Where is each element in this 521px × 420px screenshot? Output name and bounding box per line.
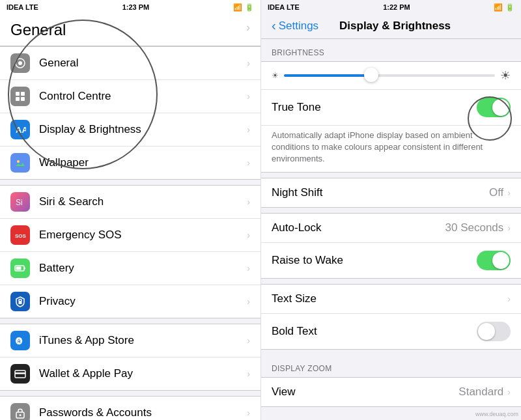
- nightshift-value: Off: [489, 186, 503, 199]
- back-button[interactable]: ‹ Settings: [272, 18, 318, 33]
- general-icon: [10, 53, 30, 73]
- section-1: General › Control Centre › AA Display & …: [0, 46, 260, 180]
- svg-rect-18: [15, 372, 25, 374]
- control-label: Control Centre: [39, 90, 247, 103]
- back-chevron-icon: ‹: [272, 18, 276, 33]
- watermark: www.deuaq.com: [475, 411, 518, 417]
- right-panel: IDEA LTE 1:22 PM 📶 🔋 ‹ Settings Display …: [260, 0, 521, 420]
- truetone-description: Automatically adapt iPhone display based…: [261, 126, 521, 172]
- textsize-label: Text Size: [272, 292, 507, 305]
- left-panel: IDEA LTE 1:23 PM 📶 🔋 General › General ›: [0, 0, 260, 420]
- sidebar-item-passwords[interactable]: Passwords & Accounts ›: [0, 397, 260, 420]
- sidebar-item-battery[interactable]: Battery ›: [0, 252, 260, 285]
- svg-rect-13: [16, 267, 21, 270]
- autolock-row[interactable]: Auto-Lock 30 Seconds ›: [261, 214, 521, 243]
- boldtext-row[interactable]: Bold Text: [261, 314, 521, 349]
- svg-rect-2: [16, 92, 20, 96]
- slider-thumb: [364, 68, 378, 82]
- wallpaper-label: Wallpaper: [39, 156, 247, 169]
- sos-label: Emergency SOS: [39, 229, 247, 242]
- svg-point-7: [15, 158, 25, 168]
- display-zoom-label: DISPLAY ZOOM: [261, 355, 521, 377]
- autolock-label: Auto-Lock: [272, 221, 445, 234]
- textsize-chevron: ›: [507, 294, 511, 304]
- truetone-toggle-knob: [492, 99, 509, 116]
- right-time: 1:22 PM: [383, 3, 410, 11]
- truetone-row[interactable]: True Tone: [261, 90, 521, 126]
- displayzoom-section: View Standard ›: [261, 377, 521, 407]
- settings-list: General › Control Centre › AA Display & …: [0, 46, 260, 420]
- svg-rect-3: [21, 92, 25, 96]
- itunes-label: iTunes & App Store: [39, 334, 247, 347]
- siri-icon: Si: [10, 192, 30, 212]
- view-label: View: [272, 385, 458, 399]
- svg-point-8: [17, 160, 20, 163]
- boldtext-toggle-knob: [478, 323, 495, 340]
- display-label: Display & Brightness: [39, 123, 247, 136]
- passwords-label: Passwords & Accounts: [39, 406, 247, 419]
- sidebar-item-siri[interactable]: Si Siri & Search ›: [0, 186, 260, 219]
- sidebar-item-display[interactable]: AA Display & Brightness ›: [0, 113, 260, 147]
- sidebar-item-itunes[interactable]: 🅐 iTunes & App Store ›: [0, 324, 260, 357]
- boldtext-toggle[interactable]: [477, 322, 511, 341]
- sidebar-item-privacy[interactable]: Privacy ›: [0, 285, 260, 318]
- battery-label: Battery: [39, 262, 247, 275]
- sidebar-item-general[interactable]: General ›: [0, 47, 260, 80]
- autolock-value: 30 Seconds: [445, 221, 504, 234]
- sidebar-item-control[interactable]: Control Centre ›: [0, 80, 260, 113]
- svg-text:🅐: 🅐: [16, 337, 23, 345]
- view-row[interactable]: View Standard ›: [261, 378, 521, 406]
- left-status-bar: IDEA LTE 1:23 PM 📶 🔋: [0, 0, 260, 14]
- general-chevron: ›: [246, 21, 250, 35]
- wallet-label: Wallet & Apple Pay: [39, 367, 247, 380]
- nightshift-chevron: ›: [507, 188, 511, 198]
- battery-icon: [10, 259, 30, 278]
- svg-rect-14: [19, 301, 22, 304]
- svg-text:Si: Si: [16, 198, 23, 207]
- general-label: General: [39, 57, 247, 70]
- brightness-high-icon: ☀: [500, 68, 511, 83]
- brightness-section: ☀ ☀ True Tone Automatically adapt iPhone…: [261, 61, 521, 173]
- display-icon: AA: [10, 120, 30, 139]
- right-carrier: IDEA LTE: [268, 3, 300, 11]
- view-value: Standard: [458, 385, 503, 399]
- back-label[interactable]: Settings: [279, 20, 318, 33]
- nightshift-section: Night Shift Off ›: [261, 178, 521, 208]
- section-4: Passwords & Accounts ›: [0, 396, 260, 420]
- sidebar-item-sos[interactable]: SOS Emergency SOS ›: [0, 219, 260, 252]
- siri-label: Siri & Search: [39, 195, 247, 208]
- right-battery-icon: 🔋: [505, 3, 514, 12]
- page-title: Display & Brightness: [318, 20, 472, 33]
- brightness-section-label: BRIGHTNESS: [261, 39, 521, 61]
- raisetowake-toggle-knob: [492, 252, 509, 269]
- section-3: 🅐 iTunes & App Store › Wallet & Apple Pa…: [0, 324, 260, 391]
- view-chevron: ›: [507, 387, 511, 397]
- nightshift-row[interactable]: Night Shift Off ›: [261, 178, 521, 207]
- truetone-toggle[interactable]: [477, 98, 511, 117]
- wallpaper-icon: [10, 153, 30, 173]
- left-carrier: IDEA LTE: [7, 3, 38, 11]
- sidebar-item-wallet[interactable]: Wallet & Apple Pay ›: [0, 357, 260, 390]
- boldtext-label: Bold Text: [272, 325, 477, 338]
- left-time: 1:23 PM: [122, 3, 150, 11]
- sidebar-item-wallpaper[interactable]: Wallpaper ›: [0, 147, 260, 179]
- svg-point-20: [20, 414, 21, 416]
- raisetowake-toggle[interactable]: [477, 251, 511, 270]
- brightness-low-icon: ☀: [272, 71, 279, 80]
- svg-text:SOS: SOS: [15, 233, 26, 239]
- right-status-bar: IDEA LTE 1:22 PM 📶 🔋: [261, 0, 521, 14]
- section-2: Si Siri & Search › SOS Emergency SOS › B…: [0, 185, 260, 318]
- svg-rect-12: [24, 268, 25, 270]
- brightness-slider[interactable]: [284, 74, 495, 77]
- autolock-section: Auto-Lock 30 Seconds › Raise to Wake: [261, 213, 521, 279]
- raisetowake-row[interactable]: Raise to Wake: [261, 243, 521, 278]
- svg-rect-4: [16, 97, 20, 101]
- right-content: BRIGHTNESS ☀ ☀ True Tone Automatically a…: [261, 39, 521, 420]
- svg-point-1: [18, 61, 22, 65]
- privacy-label: Privacy: [39, 295, 247, 308]
- text-section: Text Size › Bold Text: [261, 284, 521, 350]
- wallet-icon: [10, 364, 30, 384]
- nightshift-label: Night Shift: [272, 186, 489, 199]
- passwords-icon: [10, 403, 30, 420]
- textsize-row[interactable]: Text Size ›: [261, 285, 521, 314]
